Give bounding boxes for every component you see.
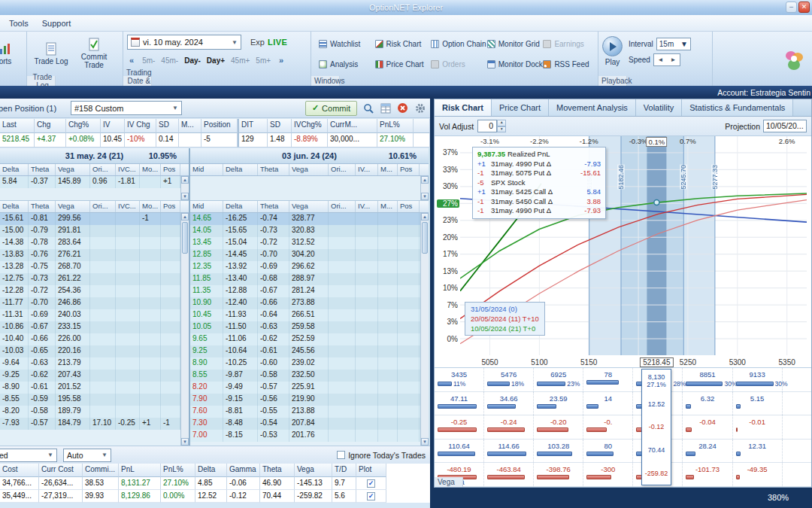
chain-row[interactable]: 9.65-11.06-0.62252.59 [190,333,420,345]
scroll-down-icon[interactable]: ▼ [181,438,189,446]
scroll-down-icon[interactable]: ▼ [421,193,429,200]
chain-row[interactable]: -9.64-0.63213.79 [0,357,180,370]
title-bar[interactable]: OptionNET Explorer – ✕ [0,0,812,15]
menu-support[interactable]: Support [36,17,77,29]
scroll-down-icon[interactable]: ▼ [421,438,429,446]
totals-header-cost[interactable]: Cost [0,464,39,477]
chain-row[interactable]: 10.05-11.50-0.63259.58 [190,321,420,333]
ignore-todays-trades-checkbox[interactable] [337,451,345,459]
chain-row[interactable]: -8.55-0.59195.58 [0,394,180,406]
column-header-vega[interactable]: Vega [56,201,90,212]
totals-header-pnl[interactable]: PnL% [161,464,195,477]
scroll-up-icon[interactable]: ▲ [421,176,429,184]
chain-row[interactable]: 9.25-10.64-0.61245.56 [190,345,420,357]
chain-row[interactable]: 11.85-13.40-0.68288.97 [190,273,420,285]
column-header-mid[interactable]: Mid [190,201,223,212]
column-header-vega[interactable]: Vega [289,201,329,212]
column-header-iv[interactable]: IV... [356,164,378,175]
window-toggle-analysis[interactable]: Analysis [315,54,369,75]
window-toggle-monitor-dock[interactable]: Monitor Dock [483,54,538,75]
totals-header-pnl[interactable]: PnL [119,464,161,477]
mode-select[interactable]: Auto ▼ [63,449,111,462]
scrollbar[interactable]: ▲▼ [420,213,429,446]
chain-row[interactable]: -10.40-0.66226.00 [0,333,180,345]
chain-row[interactable]: 10.90-12.40-0.66273.88 [190,297,420,309]
column-header-delta[interactable]: Delta [223,201,258,212]
minimize-button[interactable]: – [786,2,797,13]
commit-button[interactable]: ✓ Commit [305,101,357,116]
window-toggle-option-chain[interactable]: Option Chain [427,34,481,54]
tab-statistics-fundamentals[interactable]: Statistics & Fundamentals [682,99,793,116]
spin-up-icon[interactable]: ▲ [497,120,506,126]
chain-row[interactable]: 7.30-8.48-0.54207.84 [190,418,420,430]
search-button[interactable] [362,102,374,114]
position-row[interactable]: 5.84-0.37145.890.96-1.81+1 [0,176,180,188]
column-header-vega[interactable]: Vega [56,164,90,175]
vol-adjust-spinner[interactable]: 0 ▲▼ [477,120,506,132]
ignore-todays-trades-toggle[interactable]: Ignore Today's Trades [337,451,426,460]
position-selector[interactable]: #158 Custom ▼ [71,101,182,115]
column-header-theta[interactable]: Theta [258,164,289,175]
chain-row[interactable]: -14.38-0.78283.64 [0,237,180,249]
nav-45m-button[interactable]: 45m+ [228,56,253,65]
chain-row[interactable]: -9.25-0.62207.43 [0,370,180,382]
nav-45m-button[interactable]: 45m- [158,56,181,65]
scroll-thumb[interactable] [182,222,188,254]
chain-row[interactable]: -11.77-0.70246.86 [0,297,180,309]
window-toggle-watchlist[interactable]: Watchlist [315,34,369,54]
scroll-up-icon[interactable]: ▲ [181,176,189,184]
tab-volatility[interactable]: Volatility [636,99,682,116]
chain-row[interactable]: -12.75-0.73261.22 [0,273,180,285]
chain-row[interactable]: -8.90-0.61201.52 [0,382,180,394]
trade-log-button[interactable]: Trade Log [31,33,71,74]
column-header-delta[interactable]: Delta [0,201,29,212]
window-toggle-risk-chart[interactable]: Risk Chart [371,34,426,54]
totals-header-delta[interactable]: Delta [195,464,227,477]
chain-row[interactable]: -15.61-0.81299.56-1 [0,213,180,225]
column-header-ivc[interactable]: IVC... [116,164,140,175]
chain-row[interactable]: 13.45-15.04-0.72312.52 [190,237,420,249]
menu-tools[interactable]: Tools [3,17,35,29]
chain-row[interactable]: 14.65-16.25-0.74328.77 [190,213,420,225]
column-header-theta[interactable]: Theta [29,201,56,212]
column-header-vega[interactable]: Vega [289,164,329,175]
column-header-delta[interactable]: Delta [223,164,258,175]
chain-row[interactable]: -11.31-0.69240.03 [0,309,180,321]
chain-row[interactable]: 10.45-11.93-0.64266.51 [190,309,420,321]
chain-row[interactable]: -15.00-0.79291.81 [0,225,180,237]
chain-row[interactable]: -12.28-0.72254.36 [0,285,180,297]
chain-row[interactable]: 11.35-12.88-0.67281.24 [190,285,420,297]
column-header-ori[interactable]: Ori... [329,164,356,175]
chain-row[interactable]: 7.60-8.81-0.55213.88 [190,406,420,418]
tab-risk-chart[interactable]: Risk Chart [435,99,492,116]
chain-row[interactable]: 7.00-8.15-0.53201.76 [190,430,420,442]
settings-button[interactable] [414,102,426,114]
column-header-mo[interactable]: Mo... [140,201,161,212]
column-header-theta[interactable]: Theta [29,164,56,175]
speed-stepper[interactable]: ◄► [653,53,680,66]
scrollbar[interactable]: ▲▼ [180,176,189,200]
expiry-header[interactable]: 31 may. 24 (21) 10.95% [0,148,189,164]
column-header-ivc[interactable]: IVC... [116,201,140,212]
vol-adjust-value[interactable]: 0 [477,120,497,132]
chain-row[interactable]: -7.93-0.57184.7917.10-0.25+1-1 [0,418,180,430]
totals-header-gamma[interactable]: Gamma [227,464,260,477]
trading-date-picker[interactable]: vi. 10 may. 2024 ▼ [127,35,241,50]
nav-fast-back-button[interactable]: « [127,55,136,65]
column-header-ori[interactable]: Ori... [90,201,116,212]
nav-fast-forward-button[interactable]: » [277,55,286,65]
reports-button[interactable]: orts [0,33,26,74]
expiry-header[interactable]: 03 jun. 24 (24) 10.61% [190,148,429,164]
grid-view-button[interactable] [379,102,392,114]
plot-checkbox[interactable]: ✓ [367,492,375,500]
chain-row[interactable]: 12.85-14.45-0.70304.20 [190,249,420,261]
totals-header-plot[interactable]: Plot [356,464,386,477]
chain-row[interactable]: 8.90-10.25-0.60239.02 [190,357,420,370]
interval-select[interactable]: 15m ▼ [656,38,691,50]
window-toggle-rss-feed[interactable]: RSS Feed [539,54,593,75]
chain-row[interactable]: -13.83-0.76276.21 [0,249,180,261]
column-header-pos[interactable]: Pos [398,201,420,212]
column-header-theta[interactable]: Theta [258,201,289,212]
column-header-m[interactable]: M... [378,201,398,212]
scroll-up-icon[interactable]: ▲ [181,213,189,221]
